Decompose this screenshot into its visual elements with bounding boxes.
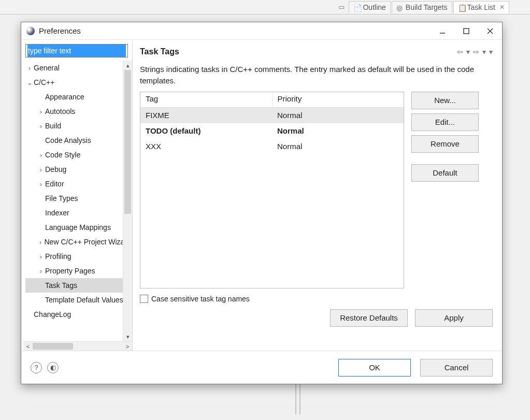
page-title: Task Tags [140,47,179,56]
tree-item-code-analysis[interactable]: Code Analysis [25,133,123,148]
scroll-thumb[interactable] [33,343,73,350]
chevron-right-icon[interactable]: › [37,151,45,159]
tree-item-c-c[interactable]: ⌄C/C++ [25,75,123,90]
tree-item-label: Code Style [45,151,80,159]
background-view-tabs: ▭ 📄Outline ◎Build Targets 📋Task List✕ [0,0,530,15]
cell-tag: TODO (default) [140,125,272,136]
minimize-icon[interactable]: ▭ [338,3,345,11]
case-sensitive-checkbox[interactable] [140,295,148,303]
bg-tab-label: Outline [363,3,385,11]
dialog-body: ›General⌄C/C++Appearance›Autotools›Build… [21,40,502,351]
import-export-icon[interactable]: ◐ [47,362,59,373]
restore-defaults-button[interactable]: Restore Defaults [330,309,408,327]
chevron-right-icon[interactable]: › [25,64,34,72]
tree-item-label: Autotools [45,107,75,115]
tree-item-label: File Types [45,194,78,202]
back-menu-icon[interactable]: ▾ [466,48,470,56]
table-row[interactable]: TODO (default)Normal [140,123,404,139]
bg-tab-task-list[interactable]: 📋Task List✕ [453,1,509,13]
tree-item-label: Build [45,122,61,130]
apply-button[interactable]: Apply [415,309,493,327]
close-button[interactable] [478,22,502,40]
table-row[interactable]: XXXNormal [140,139,404,154]
tree-item-label: Template Default Values [45,296,123,304]
tree-item-code-style[interactable]: ›Code Style [25,148,123,162]
chevron-right-icon[interactable]: › [37,166,45,173]
default-button[interactable]: Default [411,164,479,182]
tree-item-task-tags[interactable]: Task Tags [25,278,123,293]
table-row[interactable]: FIXMENormal [140,108,404,123]
svg-rect-1 [464,28,469,34]
tree-item-label: Language Mappings [45,223,111,231]
forward-icon[interactable]: ⇨ [473,48,479,56]
remove-button[interactable]: Remove [411,135,479,153]
maximize-button[interactable] [454,22,478,40]
scroll-thumb[interactable] [124,70,131,214]
tree-item-changelog[interactable]: ChangeLog [25,307,123,322]
minimize-button[interactable] [431,22,454,40]
chevron-right-icon[interactable]: › [37,180,45,188]
tree-item-label: Code Analysis [45,136,91,144]
preferences-tree-panel: ›General⌄C/C++Appearance›Autotools›Build… [21,40,133,351]
tree-horizontal-scrollbar[interactable]: < > [23,341,132,351]
tree-vertical-scrollbar[interactable]: ▴ ▾ [123,61,132,341]
column-header-tag[interactable]: Tag [140,92,273,108]
tree-item-file-types[interactable]: File Types [25,191,123,206]
tree-item-appearance[interactable]: Appearance [25,90,123,104]
task-tags-table[interactable]: Tag Priority FIXMENormalTODO (default)No… [140,92,404,288]
cancel-button[interactable]: Cancel [420,359,493,376]
back-icon[interactable]: ⇦ [457,48,463,56]
page-nav-icons: ⇦ ▾ ⇨ ▾ ▾ [457,48,493,56]
cell-priority: Normal [272,110,404,121]
chevron-right-icon[interactable]: › [37,108,45,115]
scroll-right-icon[interactable]: > [123,342,132,351]
tree-item-label: Debug [45,165,66,173]
edit-button[interactable]: Edit... [411,113,479,131]
close-icon[interactable]: ✕ [499,4,505,11]
tree-item-template-default-values[interactable]: Template Default Values [25,293,123,307]
chevron-right-icon[interactable]: › [37,253,45,260]
tree-item-general[interactable]: ›General [25,61,123,75]
cell-tag: FIXME [140,110,272,121]
chevron-down-icon[interactable]: ⌄ [25,79,34,86]
chevron-right-icon[interactable]: › [37,267,45,275]
dialog-title: Preferences [39,26,431,35]
new-button[interactable]: New... [411,92,479,109]
tree-item-language-mappings[interactable]: Language Mappings [25,220,123,235]
page-description: Strings indicating tasks in C/C++ commen… [140,60,493,92]
forward-menu-icon[interactable]: ▾ [482,48,486,56]
background-splitter [295,383,300,414]
tree-item-debug[interactable]: ›Debug [25,162,123,177]
filter-input[interactable] [25,44,128,57]
tree-item-property-pages[interactable]: ›Property Pages [25,264,123,278]
scroll-up-icon[interactable]: ▴ [123,61,132,70]
tree-item-label: Appearance [45,93,84,101]
case-sensitive-label: Case sensitive task tag names [151,295,250,303]
tree-item-label: ChangeLog [34,310,71,318]
tree-item-build[interactable]: ›Build [25,119,123,133]
tree-item-label: Editor [45,180,64,188]
target-icon: ◎ [396,4,404,11]
view-menu-icon[interactable]: ▾ [489,48,493,56]
help-icon[interactable]: ? [31,362,42,373]
column-header-priority[interactable]: Priority [273,92,404,108]
chevron-right-icon[interactable]: › [37,238,44,246]
bg-tab-label: Task List [467,3,495,11]
bg-tab-build-targets[interactable]: ◎Build Targets [392,1,452,13]
tree-item-new-c-c-project-wizard[interactable]: ›New C/C++ Project Wizard [25,235,123,249]
dialog-titlebar[interactable]: Preferences [21,22,502,40]
ok-button[interactable]: OK [338,359,411,376]
eclipse-icon [26,27,35,35]
scroll-down-icon[interactable]: ▾ [123,332,132,341]
bg-tab-label: Build Targets [406,3,448,11]
chevron-right-icon[interactable]: › [37,122,45,130]
tree-item-label: Indexer [45,209,69,217]
scroll-left-icon[interactable]: < [23,342,33,351]
cell-priority: Normal [272,141,404,152]
tree-item-autotools[interactable]: ›Autotools [25,104,123,119]
bg-tab-outline[interactable]: 📄Outline [349,1,390,13]
tree-item-editor[interactable]: ›Editor [25,177,123,191]
tree-item-profiling[interactable]: ›Profiling [25,249,123,264]
preferences-tree[interactable]: ›General⌄C/C++Appearance›Autotools›Build… [23,61,123,341]
tree-item-indexer[interactable]: Indexer [25,206,123,220]
